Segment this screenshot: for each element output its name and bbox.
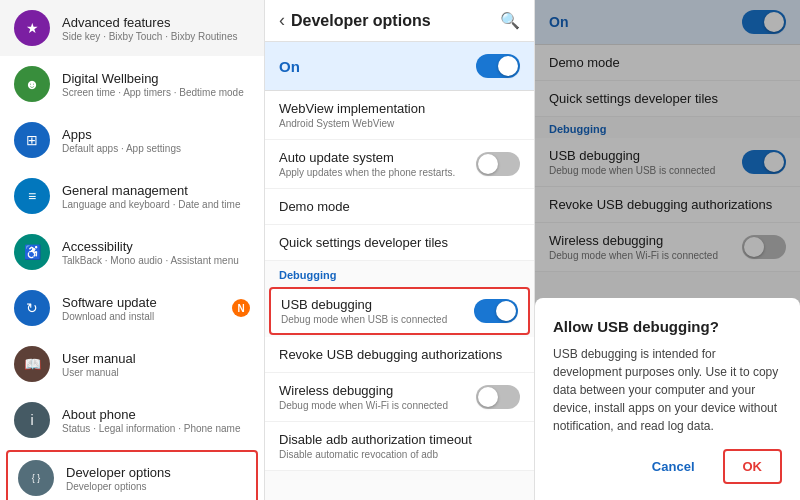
sidebar-item-developer-options[interactable]: { }Developer optionsDeveloper options [6, 450, 258, 500]
sidebar-text-advanced-features: Advanced featuresSide key · Bixby Touch … [62, 15, 250, 42]
sidebar-text-user-manual: User manualUser manual [62, 351, 250, 378]
sidebar-item-accessibility[interactable]: ♿AccessibilityTalkBack · Mono audio · As… [0, 224, 264, 280]
sidebar-subtitle-developer-options: Developer options [66, 481, 246, 492]
software-update-icon: ↻ [14, 290, 50, 326]
dev-item-usb-debugging[interactable]: USB debuggingDebug mode when USB is conn… [269, 287, 530, 335]
dev-item-webview[interactable]: WebView implementationAndroid System Web… [265, 91, 534, 140]
sidebar-subtitle-user-manual: User manual [62, 367, 250, 378]
dev-item-auto-update[interactable]: Auto update systemApply updates when the… [265, 140, 534, 189]
sidebar-text-general-management: General managementLanguage and keyboard … [62, 183, 250, 210]
panel-title: Developer options [291, 12, 500, 30]
ok-button[interactable]: OK [723, 449, 783, 484]
accessibility-icon: ♿ [14, 234, 50, 270]
sidebar-item-user-manual[interactable]: 📖User manualUser manual [0, 336, 264, 392]
dev-item-title-revoke-usb: Revoke USB debugging authorizations [279, 347, 520, 362]
dev-item-row-wireless-debugging: Wireless debuggingDebug mode when Wi-Fi … [279, 383, 520, 411]
sidebar-text-developer-options: Developer optionsDeveloper options [66, 465, 246, 492]
sidebar-title-user-manual: User manual [62, 351, 250, 366]
sidebar-text-about-phone: About phoneStatus · Legal information · … [62, 407, 250, 434]
user-manual-icon: 📖 [14, 346, 50, 382]
sidebar-title-about-phone: About phone [62, 407, 250, 422]
panel-header: ‹ Developer options 🔍 [265, 0, 534, 42]
sidebar-item-general-management[interactable]: ≡General managementLanguage and keyboard… [0, 168, 264, 224]
search-icon[interactable]: 🔍 [500, 11, 520, 30]
sidebar-title-software-update: Software update [62, 295, 232, 310]
sidebar-item-digital-wellbeing[interactable]: ☻Digital WellbeingScreen time · App time… [0, 56, 264, 112]
dev-item-wireless-debugging[interactable]: Wireless debuggingDebug mode when Wi-Fi … [265, 373, 534, 422]
sidebar-item-about-phone[interactable]: iAbout phoneStatus · Legal information ·… [0, 392, 264, 448]
sidebar-title-general-management: General management [62, 183, 250, 198]
developer-options-panel: ‹ Developer options 🔍 OnWebView implemen… [265, 0, 535, 500]
dev-item-row-auto-update: Auto update systemApply updates when the… [279, 150, 520, 178]
sidebar-subtitle-apps: Default apps · App settings [62, 143, 250, 154]
toggle-usb-debugging[interactable] [474, 299, 518, 323]
sidebar-subtitle-digital-wellbeing: Screen time · App timers · Bedtime mode [62, 87, 250, 98]
sidebar-text-software-update: Software updateDownload and install [62, 295, 232, 322]
usb-debugging-dialog: Allow USB debugging? USB debugging is in… [535, 298, 800, 500]
dev-item-disable-adb[interactable]: Disable adb authorization timeoutDisable… [265, 422, 534, 471]
dev-item-title-auto-update: Auto update system [279, 150, 476, 165]
toggle-wireless-debugging[interactable] [476, 385, 520, 409]
sidebar-item-apps[interactable]: ⊞AppsDefault apps · App settings [0, 112, 264, 168]
dev-item-title-usb-debugging: USB debugging [281, 297, 474, 312]
dev-item-title-webview: WebView implementation [279, 101, 520, 116]
sidebar-text-apps: AppsDefault apps · App settings [62, 127, 250, 154]
sidebar-subtitle-software-update: Download and install [62, 311, 232, 322]
dev-item-revoke-usb[interactable]: Revoke USB debugging authorizations [265, 337, 534, 373]
badge-software-update: N [232, 299, 250, 317]
dev-item-demo-mode[interactable]: Demo mode [265, 189, 534, 225]
dev-item-sub-wireless-debugging: Debug mode when Wi-Fi is connected [279, 400, 476, 411]
sidebar-subtitle-advanced-features: Side key · Bixby Touch · Bixby Routines [62, 31, 250, 42]
dialog-body: USB debugging is intended for developmen… [553, 345, 782, 435]
dev-on-toggle[interactable] [476, 54, 520, 78]
sidebar-title-advanced-features: Advanced features [62, 15, 250, 30]
settings-sidebar: ★Advanced featuresSide key · Bixby Touch… [0, 0, 265, 500]
dev-on-row[interactable]: On [265, 42, 534, 91]
dev-item-text-usb-debugging: USB debuggingDebug mode when USB is conn… [281, 297, 474, 325]
dev-item-quick-settings[interactable]: Quick settings developer tiles [265, 225, 534, 261]
developer-options-content: OnWebView implementationAndroid System W… [265, 42, 534, 500]
dev-item-title-wireless-debugging: Wireless debugging [279, 383, 476, 398]
sidebar-title-accessibility: Accessibility [62, 239, 250, 254]
sidebar-item-advanced-features[interactable]: ★Advanced featuresSide key · Bixby Touch… [0, 0, 264, 56]
dev-item-title-disable-adb: Disable adb authorization timeout [279, 432, 520, 447]
sidebar-subtitle-about-phone: Status · Legal information · Phone name [62, 423, 250, 434]
sidebar-title-developer-options: Developer options [66, 465, 246, 480]
dev-item-title-demo-mode: Demo mode [279, 199, 520, 214]
advanced-features-icon: ★ [14, 10, 50, 46]
dialog-overlay: Allow USB debugging? USB debugging is in… [535, 0, 800, 500]
dialog-title: Allow USB debugging? [553, 318, 782, 335]
dev-on-label: On [279, 58, 476, 75]
dev-item-sub-webview: Android System WebView [279, 118, 520, 129]
developer-options-icon: { } [18, 460, 54, 496]
sidebar-title-digital-wellbeing: Digital Wellbeing [62, 71, 250, 86]
apps-icon: ⊞ [14, 122, 50, 158]
sidebar-item-software-update[interactable]: ↻Software updateDownload and installN [0, 280, 264, 336]
sidebar-subtitle-accessibility: TalkBack · Mono audio · Assistant menu [62, 255, 250, 266]
digital-wellbeing-icon: ☻ [14, 66, 50, 102]
cancel-button[interactable]: Cancel [634, 449, 713, 484]
dev-item-sub-auto-update: Apply updates when the phone restarts. [279, 167, 476, 178]
right-panel: OnDemo modeQuick settings developer tile… [535, 0, 800, 500]
sidebar-text-accessibility: AccessibilityTalkBack · Mono audio · Ass… [62, 239, 250, 266]
dev-item-sub-disable-adb: Disable automatic revocation of adb [279, 449, 520, 460]
sidebar-subtitle-general-management: Language and keyboard · Date and time [62, 199, 250, 210]
section-debugging-section: Debugging [265, 261, 534, 285]
dev-item-text-auto-update: Auto update systemApply updates when the… [279, 150, 476, 178]
dev-item-text-wireless-debugging: Wireless debuggingDebug mode when Wi-Fi … [279, 383, 476, 411]
general-management-icon: ≡ [14, 178, 50, 214]
back-icon[interactable]: ‹ [279, 10, 285, 31]
dev-item-title-quick-settings: Quick settings developer tiles [279, 235, 520, 250]
sidebar-text-digital-wellbeing: Digital WellbeingScreen time · App timer… [62, 71, 250, 98]
sidebar-title-apps: Apps [62, 127, 250, 142]
dialog-actions: Cancel OK [553, 449, 782, 484]
dev-item-row-usb-debugging: USB debuggingDebug mode when USB is conn… [281, 297, 518, 325]
dev-item-sub-usb-debugging: Debug mode when USB is connected [281, 314, 474, 325]
toggle-auto-update[interactable] [476, 152, 520, 176]
about-phone-icon: i [14, 402, 50, 438]
